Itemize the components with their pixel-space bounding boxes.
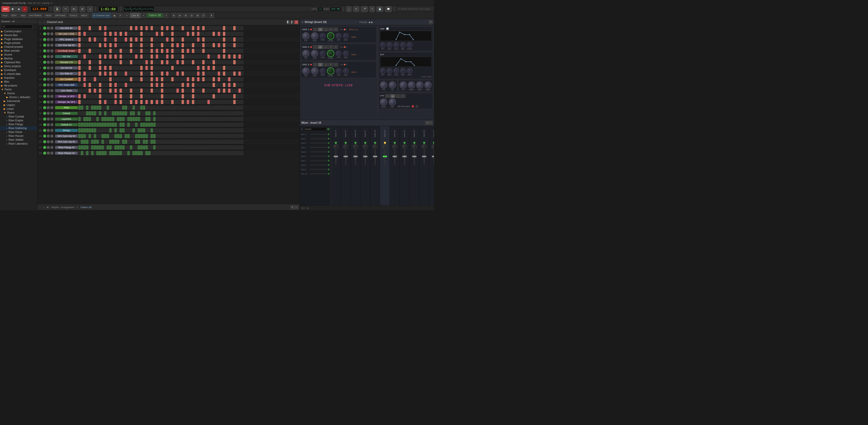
pad-51[interactable] (210, 32, 212, 36)
pad-28[interactable] (151, 83, 153, 87)
pad-50[interactable] (208, 43, 210, 47)
pad-31[interactable] (158, 77, 161, 81)
pad-2[interactable] (84, 134, 86, 138)
pad-49[interactable] (205, 94, 207, 98)
pad-34[interactable] (166, 89, 168, 93)
pad-56[interactable] (223, 151, 225, 155)
pad-10[interactable] (104, 134, 106, 138)
pad-25[interactable] (143, 71, 145, 76)
pad-59[interactable] (231, 100, 233, 104)
pad-32[interactable] (161, 37, 163, 41)
pad-52[interactable] (213, 151, 215, 155)
pad-43[interactable] (189, 145, 192, 150)
pad-29[interactable] (153, 111, 156, 116)
pad-18[interactable] (125, 77, 127, 81)
pad-19[interactable] (127, 60, 130, 64)
pad-36[interactable] (171, 145, 174, 150)
ch-active-btn[interactable] (43, 129, 46, 132)
pad-4[interactable] (89, 100, 91, 104)
pad-49[interactable] (205, 77, 207, 81)
pad-63[interactable] (241, 94, 243, 98)
pad-8[interactable] (99, 43, 101, 47)
pad-42[interactable] (187, 83, 189, 87)
pad-4[interactable] (89, 134, 91, 138)
pad-38[interactable] (177, 37, 179, 41)
pad-35[interactable] (169, 43, 171, 47)
pad-39[interactable] (179, 111, 181, 116)
ch-active-btn[interactable] (43, 32, 46, 35)
slot-name[interactable] (310, 147, 327, 148)
pad-15[interactable] (117, 89, 119, 93)
pad-46[interactable] (197, 49, 199, 53)
sidebar-item-il-shared-data[interactable]: ▶IL shared data (0, 72, 37, 76)
pad-31[interactable] (158, 89, 161, 93)
pad-54[interactable] (218, 26, 220, 30)
pad-62[interactable] (239, 111, 241, 116)
svf-sus-knob[interactable] (394, 68, 399, 74)
pad-37[interactable] (174, 140, 176, 144)
pad-53[interactable] (215, 94, 218, 98)
slot-led[interactable] (328, 173, 330, 175)
pad-45[interactable] (194, 66, 197, 70)
pad-39[interactable] (179, 60, 181, 64)
ch-active-btn[interactable] (43, 100, 46, 103)
pad-45[interactable] (194, 100, 197, 104)
ch-mute-btn[interactable] (47, 140, 50, 143)
pad-28[interactable] (151, 32, 153, 36)
pad-0[interactable] (78, 123, 81, 127)
osc3-radio-1[interactable] (340, 64, 342, 65)
pad-18[interactable] (125, 83, 127, 87)
pad-16[interactable] (120, 145, 122, 150)
pad-47[interactable] (200, 100, 202, 104)
pad-55[interactable] (220, 134, 223, 138)
pad-25[interactable] (143, 123, 145, 127)
pad-15[interactable] (117, 60, 119, 64)
mixer-track-14[interactable]: Insert 14 (331, 126, 341, 205)
radio-2[interactable] (344, 29, 345, 30)
pad-16[interactable] (120, 49, 122, 53)
pad-0[interactable] (78, 94, 81, 98)
pad-36[interactable] (171, 111, 174, 116)
pad-42[interactable] (187, 89, 189, 93)
pad-11[interactable] (107, 55, 109, 59)
pad-1[interactable] (81, 83, 83, 87)
pad-55[interactable] (220, 71, 223, 76)
eject-btn[interactable]: ⏏ (112, 13, 117, 18)
pad-20[interactable] (130, 123, 132, 127)
pad-51[interactable] (210, 123, 212, 127)
pad-22[interactable] (135, 71, 137, 76)
pad-23[interactable] (138, 49, 140, 53)
pad-43[interactable] (189, 89, 192, 93)
pad-6[interactable] (94, 106, 96, 110)
pad-33[interactable] (163, 106, 166, 110)
pad-41[interactable] (184, 26, 187, 30)
pad-54[interactable] (218, 83, 220, 87)
pad-18[interactable] (125, 43, 127, 47)
pad-17[interactable] (122, 66, 125, 70)
pad-37[interactable] (174, 32, 176, 36)
pad-50[interactable] (208, 123, 210, 127)
pad-19[interactable] (127, 151, 130, 155)
pad-63[interactable] (241, 60, 243, 64)
pad-10[interactable] (104, 32, 106, 36)
pad-25[interactable] (143, 111, 145, 116)
pad-24[interactable] (140, 37, 143, 41)
pad-3[interactable] (86, 37, 88, 41)
pad-46[interactable] (197, 128, 199, 132)
pad-59[interactable] (231, 43, 233, 47)
mixer-pan-knob[interactable] (363, 144, 368, 149)
pad-28[interactable] (151, 100, 153, 104)
pad-31[interactable] (158, 100, 161, 104)
pad-52[interactable] (213, 43, 215, 47)
pad-30[interactable] (156, 71, 158, 76)
slice-btn[interactable]: ⊢ (118, 13, 123, 18)
pad-45[interactable] (194, 111, 197, 116)
pad-18[interactable] (125, 89, 127, 93)
sidebar-item-instruments[interactable]: ▶Instruments (0, 99, 37, 103)
pad-24[interactable] (140, 60, 143, 64)
pad-54[interactable] (218, 32, 220, 36)
mixer-led[interactable] (374, 142, 376, 144)
pad-38[interactable] (177, 145, 179, 150)
pad-27[interactable] (148, 111, 150, 116)
pad-51[interactable] (210, 66, 212, 70)
